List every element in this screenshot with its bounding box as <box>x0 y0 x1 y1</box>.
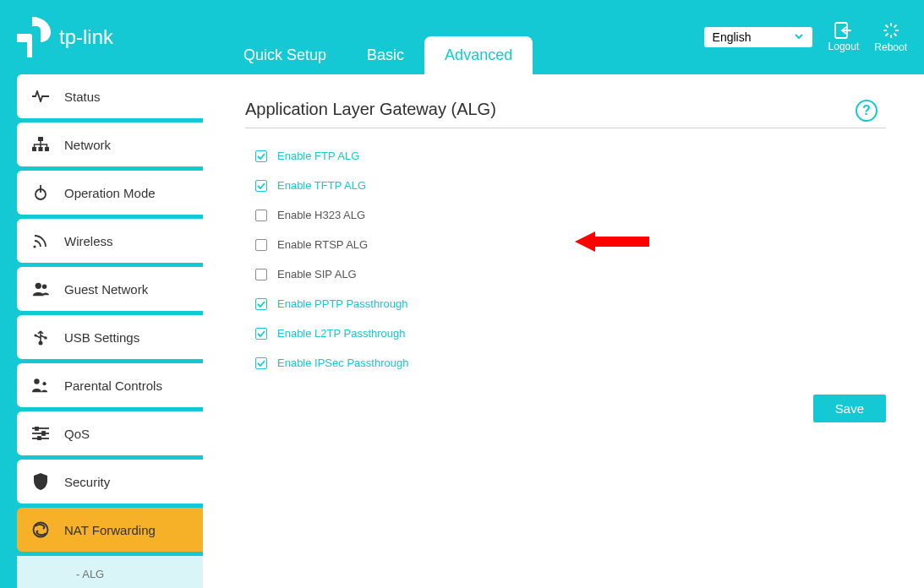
svg-rect-12 <box>45 147 49 151</box>
sidebar-label: Status <box>64 90 101 104</box>
qos-icon <box>32 425 49 442</box>
guest-network-icon <box>32 280 49 297</box>
checkbox[interactable] <box>255 239 267 251</box>
tab-basic[interactable]: Basic <box>347 36 424 74</box>
svg-point-19 <box>34 334 36 336</box>
option-label: Enable IPSec Passthrough <box>277 357 408 369</box>
sidebar-item-nat-forwarding[interactable]: NAT Forwarding <box>17 508 203 552</box>
section-title: Application Layer Gateway (ALG) <box>245 100 886 128</box>
option-label: Enable RTSP ALG <box>277 238 368 251</box>
svg-rect-27 <box>42 432 45 435</box>
option-label: Enable PPTP Passthrough <box>277 297 407 310</box>
wireless-icon <box>32 232 49 249</box>
logout-label: Logout <box>828 41 860 52</box>
option-row: Enable SIP ALG <box>255 268 886 280</box>
language-value: English <box>713 30 752 44</box>
tp-link-logo-icon <box>17 17 52 57</box>
svg-line-7 <box>894 25 896 28</box>
svg-point-22 <box>42 382 46 385</box>
save-button[interactable]: Save <box>813 395 886 422</box>
svg-rect-20 <box>45 337 47 340</box>
svg-point-21 <box>34 378 39 384</box>
option-label: Enable L2TP Passthrough <box>277 327 406 340</box>
option-row: Enable PPTP Passthrough <box>255 297 886 310</box>
svg-rect-28 <box>38 437 41 440</box>
checkbox[interactable] <box>255 150 267 162</box>
logout-button[interactable]: Logout <box>828 22 860 52</box>
language-select[interactable]: English <box>703 26 813 48</box>
sidebar-item-operation-mode[interactable]: Operation Mode <box>17 171 203 215</box>
option-row: Enable RTSP ALG <box>255 238 886 251</box>
highlight-arrow-icon <box>575 229 651 254</box>
brand-logo: tp-link <box>17 17 113 57</box>
alg-options: Enable FTP ALGEnable TFTP ALGEnable H323… <box>245 150 886 369</box>
sidebar-item-wireless[interactable]: Wireless <box>17 219 203 263</box>
brand-text: tp-link <box>59 25 113 49</box>
svg-rect-11 <box>39 147 43 151</box>
network-icon <box>32 136 49 153</box>
option-row: Enable FTP ALG <box>255 150 886 162</box>
checkbox[interactable] <box>255 180 267 192</box>
svg-line-6 <box>894 34 896 36</box>
sidebar-item-network[interactable]: Network <box>17 122 203 166</box>
svg-rect-26 <box>36 427 38 430</box>
tab-advanced[interactable]: Advanced <box>424 36 533 74</box>
top-bar: tp-link Quick Setup Basic Advanced Engli… <box>0 0 924 74</box>
reboot-icon <box>882 21 900 40</box>
checkbox[interactable] <box>255 269 267 280</box>
option-label: Enable TFTP ALG <box>277 179 366 192</box>
sidebar-label: NAT Forwarding <box>64 523 156 537</box>
sidebar-label: USB Settings <box>64 330 139 345</box>
option-label: Enable H323 ALG <box>277 209 365 221</box>
svg-rect-10 <box>32 147 36 151</box>
parental-controls-icon <box>32 377 49 394</box>
logout-icon <box>834 22 853 39</box>
sidebar-sub-label: - ALG <box>76 568 104 580</box>
sidebar-item-status[interactable]: Status <box>17 74 203 118</box>
sidebar-label: Network <box>64 138 111 152</box>
sidebar-label: QoS <box>64 427 90 441</box>
svg-line-5 <box>885 25 888 28</box>
reboot-label: Reboot <box>874 41 907 53</box>
sidebar-item-usb-settings[interactable]: USB Settings <box>17 315 203 359</box>
sidebar-item-qos[interactable]: QoS <box>17 411 203 455</box>
nat-forwarding-icon <box>32 521 49 538</box>
svg-point-15 <box>33 245 36 248</box>
option-row: Enable IPSec Passthrough <box>255 357 886 369</box>
option-row: Enable L2TP Passthrough <box>255 327 886 340</box>
sidebar-label: Security <box>64 475 110 489</box>
status-icon <box>32 88 49 105</box>
option-label: Enable SIP ALG <box>277 268 357 280</box>
svg-point-16 <box>36 283 41 289</box>
option-row: Enable TFTP ALG <box>255 179 886 192</box>
sidebar-subitem-alg[interactable]: - ALG <box>17 556 203 588</box>
option-label: Enable FTP ALG <box>277 150 359 162</box>
svg-line-8 <box>885 34 888 36</box>
option-row: Enable H323 ALG <box>255 209 886 221</box>
sidebar-item-guest-network[interactable]: Guest Network <box>17 267 203 311</box>
sidebar-label: Wireless <box>64 234 113 248</box>
checkbox[interactable] <box>255 357 267 369</box>
checkbox[interactable] <box>255 210 267 221</box>
sidebar-item-parental-controls[interactable]: Parental Controls <box>17 363 203 407</box>
reboot-button[interactable]: Reboot <box>874 21 907 53</box>
checkbox[interactable] <box>255 328 267 340</box>
main-panel: ? Application Layer Gateway (ALG) Enable… <box>203 74 924 588</box>
checkbox[interactable] <box>255 298 267 310</box>
sidebar: Status Network Operation Mode Wireless G… <box>0 74 203 588</box>
help-icon[interactable]: ? <box>856 100 878 122</box>
svg-point-17 <box>42 285 46 289</box>
main-tabs: Quick Setup Basic Advanced <box>223 0 533 74</box>
chevron-down-icon <box>794 30 804 44</box>
tab-quick-setup[interactable]: Quick Setup <box>223 36 347 74</box>
security-icon <box>32 473 49 490</box>
sidebar-label: Guest Network <box>64 282 148 297</box>
usb-icon <box>32 329 49 346</box>
sidebar-item-security[interactable]: Security <box>17 460 203 504</box>
svg-rect-9 <box>38 137 43 141</box>
sidebar-label: Parental Controls <box>64 378 162 393</box>
operation-mode-icon <box>32 184 49 201</box>
svg-marker-30 <box>575 231 649 252</box>
sidebar-label: Operation Mode <box>64 186 156 200</box>
